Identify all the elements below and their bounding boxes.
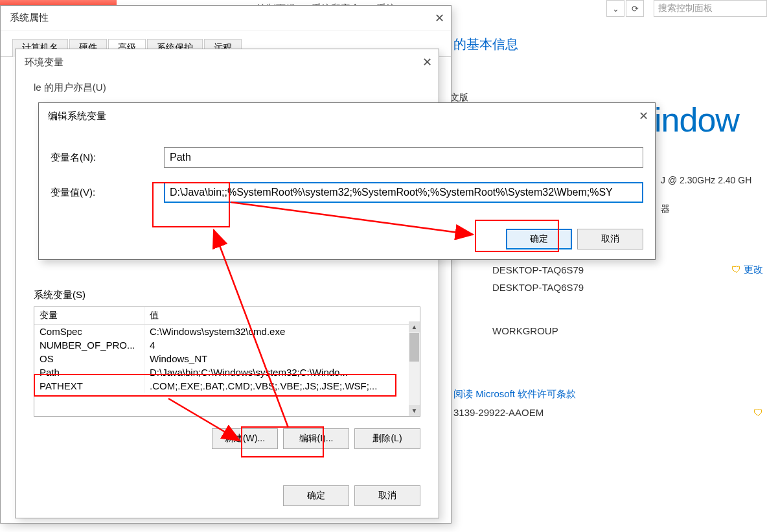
cancel-button[interactable]: 取消 xyxy=(354,485,420,506)
edit-sysvar-button[interactable]: 编辑(I)... xyxy=(283,428,349,449)
sysprops-title: 系统属性 xyxy=(10,12,49,24)
windows-logo: indow xyxy=(654,100,739,139)
refresh-button[interactable]: ⟳ xyxy=(626,0,644,17)
editvar-title: 编辑系统变量 xyxy=(48,110,106,122)
var-value: Windows_NT xyxy=(144,352,420,365)
var-value: .COM;.EXE;.BAT;.CMD;.VBS;.VBE;.JS;.JSE;.… xyxy=(144,379,420,393)
var-value: 4 xyxy=(144,338,420,352)
user-vars-label: le 的用户亦昌(U) xyxy=(16,75,439,97)
var-name: ComSpec xyxy=(34,325,144,338)
envvars-title: 环境变量 xyxy=(25,56,63,69)
editvar-titlebar: 编辑系统变量 ✕ xyxy=(39,103,655,129)
table-row[interactable]: OS Windows_NT xyxy=(34,352,420,365)
close-icon[interactable]: ✕ xyxy=(435,11,444,25)
scroll-thumb[interactable] xyxy=(409,333,419,362)
col-value[interactable]: 值 xyxy=(144,307,420,324)
computer-name-value: DESKTOP-TAQ6S79 xyxy=(492,264,584,275)
variable-value-input[interactable] xyxy=(164,182,643,203)
edit-system-variable-dialog: 编辑系统变量 ✕ 变量名(N): 变量值(V): 确定 取消 xyxy=(38,102,656,260)
shield-icon: 🛡 xyxy=(753,407,763,418)
delete-sysvar-button[interactable]: 删除(L) xyxy=(354,428,420,449)
col-variable[interactable]: 变量 xyxy=(34,307,144,324)
scroll-up-icon[interactable]: ▲ xyxy=(409,321,420,332)
cancel-button[interactable]: 取消 xyxy=(577,229,643,249)
section-title: 的基本信息 xyxy=(453,36,767,53)
system-vars-label: 系统变量(S) xyxy=(34,289,420,301)
product-id: 3139-29922-AAOEM xyxy=(453,407,544,418)
full-computer-name: DESKTOP-TAQ6S79 xyxy=(492,282,584,293)
var-name: PATHEXT xyxy=(34,379,144,393)
table-header: 变量 值 xyxy=(34,307,420,325)
var-value: D:\Java\bin;C:\Windows\system32;C:\Windo… xyxy=(144,365,420,379)
system-variables-section: 系统变量(S) 变量 值 ComSpec C:\Windows\system32… xyxy=(34,289,420,449)
search-input[interactable]: 搜索控制面板 xyxy=(654,0,767,17)
system-vars-table[interactable]: 变量 值 ComSpec C:\Windows\system32\cmd.exe… xyxy=(34,306,420,417)
license-link[interactable]: 阅读 Microsoft 软件许可条款 xyxy=(453,388,576,400)
table-row[interactable]: NUMBER_OF_PRO... 4 xyxy=(34,338,420,352)
variable-name-label: 变量名(N): xyxy=(51,152,164,164)
scroll-down-icon[interactable]: ▼ xyxy=(409,405,420,416)
variable-value-label: 变量值(V): xyxy=(51,187,164,199)
variable-name-input[interactable] xyxy=(164,147,643,168)
envvars-titlebar: 环境变量 ✕ xyxy=(16,49,439,75)
close-icon[interactable]: ✕ xyxy=(422,55,432,69)
var-name: OS xyxy=(34,352,144,365)
nav-buttons: ⌄ ⟳ xyxy=(606,0,644,17)
dropdown-button[interactable]: ⌄ xyxy=(606,0,624,17)
cpu-text: J @ 2.30GHz 2.40 GH xyxy=(661,175,767,185)
new-sysvar-button[interactable]: 新建(W)... xyxy=(212,428,278,449)
shield-icon: 🛡 xyxy=(731,264,741,275)
change-link[interactable]: 更改 xyxy=(744,264,763,275)
scrollbar[interactable]: ▲ ▼ xyxy=(409,321,420,416)
table-row[interactable]: Path D:\Java\bin;C:\Windows\system32;C:\… xyxy=(34,365,420,379)
close-icon[interactable]: ✕ xyxy=(639,109,648,123)
display-text: 器 xyxy=(661,203,767,215)
sysprops-titlebar: 系统属性 ✕ xyxy=(1,6,451,30)
workgroup-value: WORKGROUP xyxy=(492,325,558,336)
var-value: C:\Windows\system32\cmd.exe xyxy=(144,325,420,338)
table-row[interactable]: PATHEXT .COM;.EXE;.BAT;.CMD;.VBS;.VBE;.J… xyxy=(34,379,420,393)
var-name: NUMBER_OF_PRO... xyxy=(34,338,144,352)
table-row[interactable]: ComSpec C:\Windows\system32\cmd.exe xyxy=(34,325,420,338)
ok-button[interactable]: 确定 xyxy=(506,229,572,249)
ok-button[interactable]: 确定 xyxy=(283,485,349,506)
var-name: Path xyxy=(34,365,144,379)
